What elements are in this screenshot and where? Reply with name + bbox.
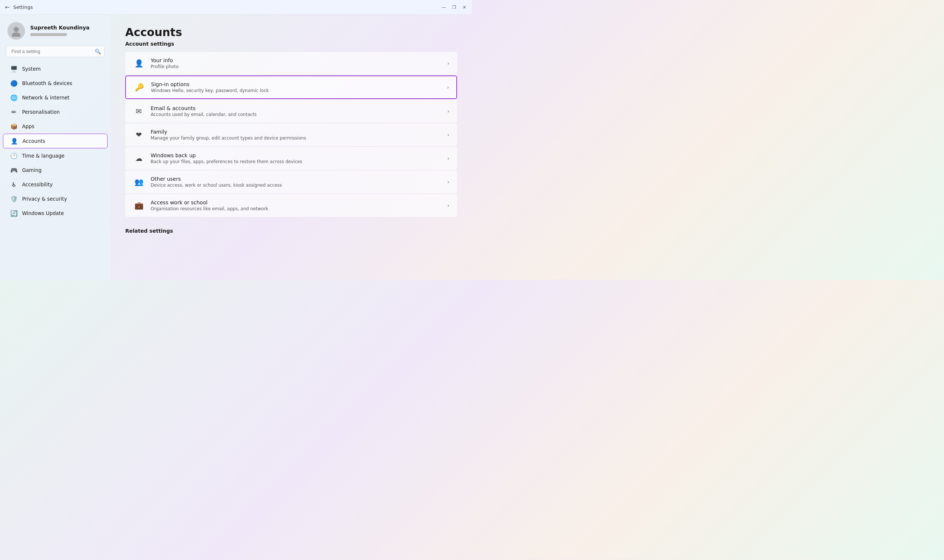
setting-icon-email: ✉️ (133, 105, 145, 117)
nav-label-system: System (22, 66, 40, 72)
nav-label-accounts: Accounts (23, 138, 45, 144)
setting-item-family[interactable]: ❤️ Family Manage your family group, edit… (125, 123, 457, 146)
nav-icon-network: 🌐 (10, 94, 18, 101)
setting-item-work-school[interactable]: 💼 Access work or school Organisation res… (125, 194, 457, 217)
sidebar-item-gaming[interactable]: 🎮 Gaming (3, 163, 108, 177)
setting-desc-email: Accounts used by email, calendar, and co… (151, 112, 441, 117)
back-button[interactable]: ← (5, 5, 10, 10)
chevron-icon-your-info: › (447, 60, 449, 66)
search-box: 🔍 (6, 46, 105, 57)
user-profile[interactable]: Supreeth Koundinya (0, 15, 111, 46)
sidebar-item-accounts[interactable]: 👤 Accounts (3, 134, 108, 148)
setting-item-email[interactable]: ✉️ Email & accounts Accounts used by ema… (125, 100, 457, 123)
nav-icon-update: 🔄 (10, 209, 18, 217)
nav-icon-system: 🖥️ (10, 65, 18, 72)
nav-icon-bluetooth: 🔵 (10, 80, 18, 87)
svg-point-0 (14, 27, 19, 32)
titlebar: ← Settings — ❐ ✕ (0, 0, 472, 15)
nav-icon-privacy: 🛡️ (10, 195, 18, 203)
nav-label-network: Network & internet (22, 95, 69, 100)
nav-icon-accounts: 👤 (11, 137, 18, 145)
setting-item-sign-in[interactable]: 🔑 Sign-in options Windows Hello, securit… (125, 75, 457, 99)
sidebar-item-accessibility[interactable]: ♿ Accessibility (3, 177, 108, 191)
nav-label-time: Time & language (22, 153, 65, 159)
sidebar-item-bluetooth[interactable]: 🔵 Bluetooth & devices (3, 76, 108, 90)
sidebar-item-time[interactable]: 🕐 Time & language (3, 149, 108, 163)
setting-icon-work-school: 💼 (133, 200, 145, 211)
sidebar-item-personalisation[interactable]: ✏️ Personalisation (3, 105, 108, 119)
chevron-icon-backup: › (447, 155, 449, 161)
setting-label-family: Family (151, 129, 441, 135)
setting-desc-family: Manage your family group, edit account t… (151, 135, 441, 141)
setting-label-email: Email & accounts (151, 105, 441, 111)
setting-icon-family: ❤️ (133, 129, 145, 141)
sidebar: Supreeth Koundinya 🔍 🖥️ System 🔵 Bluetoo… (0, 15, 111, 280)
setting-item-other-users[interactable]: 👥 Other users Device access, work or sch… (125, 171, 457, 193)
setting-text-family: Family Manage your family group, edit ac… (151, 129, 441, 141)
setting-label-sign-in: Sign-in options (151, 82, 441, 87)
chevron-icon-sign-in: › (447, 84, 449, 90)
nav-label-bluetooth: Bluetooth & devices (22, 80, 72, 86)
setting-text-other-users: Other users Device access, work or schoo… (151, 176, 441, 188)
search-input[interactable] (6, 46, 105, 57)
close-button[interactable]: ✕ (462, 5, 467, 10)
nav-icon-personalisation: ✏️ (10, 108, 18, 115)
setting-text-your-info: Your info Profile photo (151, 57, 441, 69)
setting-text-email: Email & accounts Accounts used by email,… (151, 105, 441, 117)
nav-icon-apps: 📦 (10, 123, 18, 130)
nav-icon-gaming: 🎮 (10, 166, 18, 174)
app-title: Settings (13, 5, 33, 10)
sidebar-item-system[interactable]: 🖥️ System (3, 62, 108, 76)
setting-icon-sign-in: 🔑 (133, 82, 145, 93)
search-icon: 🔍 (95, 49, 101, 54)
setting-icon-backup: ☁️ (133, 152, 145, 164)
main-content: Accounts Account settings 👤 Your info Pr… (111, 15, 472, 280)
nav-label-update: Windows Update (22, 210, 64, 216)
user-email-blur (30, 33, 67, 36)
sidebar-item-network[interactable]: 🌐 Network & internet (3, 91, 108, 105)
nav-label-personalisation: Personalisation (22, 109, 60, 115)
setting-label-your-info: Your info (151, 57, 441, 63)
chevron-icon-other-users: › (447, 179, 449, 185)
chevron-icon-family: › (447, 132, 449, 138)
setting-desc-other-users: Device access, work or school users, kio… (151, 183, 441, 188)
setting-text-sign-in: Sign-in options Windows Hello, security … (151, 82, 441, 93)
sidebar-item-apps[interactable]: 📦 Apps (3, 119, 108, 133)
nav-label-apps: Apps (22, 123, 34, 129)
avatar (8, 22, 25, 40)
setting-label-work-school: Access work or school (151, 200, 441, 205)
sidebar-item-update[interactable]: 🔄 Windows Update (3, 206, 108, 220)
setting-item-backup[interactable]: ☁️ Windows back up Back up your files, a… (125, 147, 457, 170)
related-settings-label: Related settings (125, 228, 457, 234)
setting-icon-other-users: 👥 (133, 176, 145, 188)
nav-icon-time: 🕐 (10, 152, 18, 159)
window-controls: — ❐ ✕ (441, 5, 467, 10)
chevron-icon-email: › (447, 108, 449, 114)
setting-label-other-users: Other users (151, 176, 441, 182)
nav-label-accessibility: Accessibility (22, 182, 53, 188)
setting-desc-work-school: Organisation resources like email, apps,… (151, 206, 441, 211)
nav-label-gaming: Gaming (22, 167, 42, 173)
setting-item-your-info[interactable]: 👤 Your info Profile photo › (125, 52, 457, 75)
settings-list: 👤 Your info Profile photo › 🔑 Sign-in op… (125, 52, 457, 217)
setting-icon-your-info: 👤 (133, 57, 145, 69)
user-info: Supreeth Koundinya (30, 25, 89, 38)
setting-label-backup: Windows back up (151, 152, 441, 158)
nav-label-privacy: Privacy & security (22, 196, 67, 202)
sidebar-nav: 🖥️ System 🔵 Bluetooth & devices 🌐 Networ… (0, 62, 111, 220)
page-title: Accounts (125, 26, 457, 38)
titlebar-left: ← Settings (5, 5, 33, 10)
setting-desc-backup: Back up your files, apps, preferences to… (151, 159, 441, 164)
nav-icon-accessibility: ♿ (10, 181, 18, 188)
svg-point-1 (12, 32, 21, 37)
user-name: Supreeth Koundinya (30, 25, 89, 31)
sidebar-item-privacy[interactable]: 🛡️ Privacy & security (3, 192, 108, 206)
chevron-icon-work-school: › (447, 203, 449, 208)
setting-text-work-school: Access work or school Organisation resou… (151, 200, 441, 211)
minimize-button[interactable]: — (441, 5, 447, 10)
app-container: Supreeth Koundinya 🔍 🖥️ System 🔵 Bluetoo… (0, 15, 472, 280)
maximize-button[interactable]: ❐ (451, 5, 457, 10)
setting-desc-sign-in: Windows Hello, security key, password, d… (151, 88, 441, 93)
account-settings-label: Account settings (125, 41, 457, 47)
setting-desc-your-info: Profile photo (151, 64, 441, 69)
